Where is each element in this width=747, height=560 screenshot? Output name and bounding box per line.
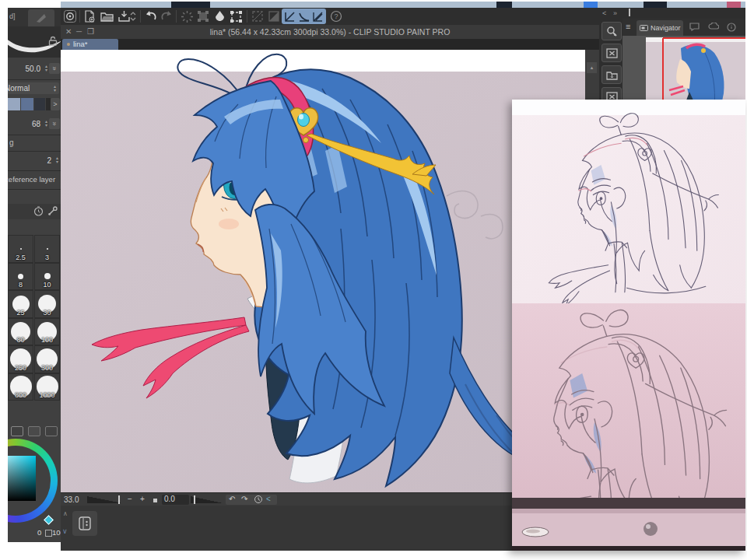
blend-mode-select[interactable]: Normal ▴▾ <box>8 82 59 94</box>
tab-item-bank-icon[interactable] <box>708 23 719 30</box>
fill-bucket-button[interactable] <box>212 9 226 23</box>
lock-icon[interactable] <box>48 36 58 46</box>
opacity-dynamics-button[interactable]: » <box>49 118 60 129</box>
redo-button[interactable] <box>160 9 174 23</box>
brush-size-cell[interactable]: 2.5 <box>8 235 33 263</box>
navigator-tab-label: Navigator <box>651 24 681 32</box>
rotate-slider[interactable] <box>191 496 223 503</box>
clear-canvas-button[interactable] <box>601 44 622 62</box>
panel-menu-button[interactable]: ≡ <box>626 22 630 31</box>
navigator-icon <box>640 25 648 32</box>
brush-size-cell[interactable]: 1000 <box>34 373 60 401</box>
size-dynamics-button[interactable]: » <box>49 63 60 74</box>
text-cursor-blip <box>629 9 630 16</box>
timer-icon[interactable] <box>33 206 44 216</box>
help-button[interactable]: ? <box>329 9 343 23</box>
rotate-ccw-button[interactable]: ↶ <box>229 495 235 503</box>
dock-expand-button[interactable]: » <box>613 9 617 17</box>
wrench-icon[interactable] <box>47 206 58 216</box>
page-manager-button[interactable] <box>72 511 97 536</box>
document-title: lina* (56.44 x 42.33cm 300dpi 33.0%) - C… <box>61 27 599 37</box>
tool-tab-label: d] <box>9 12 16 20</box>
new-file-button[interactable] <box>82 9 96 23</box>
deselect-button[interactable] <box>251 9 265 23</box>
zoom-in-button[interactable]: + <box>140 495 145 503</box>
collapse-up-button[interactable]: ∧ <box>63 510 68 517</box>
blend-mode-value: Normal <box>8 84 30 93</box>
select-pixels-icon[interactable] <box>196 9 210 23</box>
color-slider-tab[interactable] <box>28 426 40 436</box>
zoom-out-button[interactable]: − <box>128 495 132 503</box>
invert-selection-button[interactable] <box>267 9 281 23</box>
brush-size-cell[interactable]: 80 <box>8 318 33 346</box>
select-area-icon[interactable] <box>180 9 194 23</box>
unsaved-dot-icon <box>67 43 70 46</box>
scroll-up-button[interactable]: ▴ <box>587 62 597 73</box>
tool-tab[interactable] <box>28 9 54 26</box>
save-folder-button[interactable] <box>601 65 622 84</box>
brush-size-cell[interactable]: 30 <box>34 290 60 318</box>
swatch-light-blue[interactable] <box>8 98 20 110</box>
color-set-tab[interactable] <box>45 426 58 436</box>
brush-size-label: 1000 <box>35 391 59 399</box>
brush-size-dot <box>18 274 23 279</box>
rotate-cw-button[interactable]: ↷ <box>241 495 247 503</box>
brush-size-palette: 2.5 3 8 10 25 30 <box>8 235 61 401</box>
color-wheel-tab[interactable] <box>11 426 23 436</box>
document-tab[interactable]: lina* <box>62 39 118 50</box>
zoom-tool-button[interactable] <box>601 22 622 40</box>
artwork-illustration <box>61 50 585 492</box>
stabilize-value[interactable]: 2 <box>47 156 51 165</box>
open-file-button[interactable] <box>100 9 114 23</box>
brush-size-cell[interactable]: 250 <box>8 345 33 373</box>
saturation-value-picker[interactable] <box>8 456 36 501</box>
tab-navigator[interactable]: Navigator <box>637 20 683 36</box>
canvas-document[interactable] <box>61 50 585 492</box>
snap-to-grid-button[interactable] <box>311 9 325 23</box>
clip-studio-paint-window: { "titlebar": { "close_glyph": "✕", "min… <box>0 0 747 560</box>
tab-sub-view-icon[interactable] <box>689 23 700 31</box>
rotate-value[interactable]: 0.0 <box>162 495 189 505</box>
swatch-expand-button[interactable]: > <box>51 98 60 110</box>
stabilize-row: 2 ▴▾ <box>8 154 61 168</box>
brush-size-cell[interactable]: 10 <box>34 263 60 291</box>
reference-photos-overlay <box>512 100 745 551</box>
crop-frame-button[interactable] <box>229 9 243 23</box>
brush-size-cell[interactable]: 8 <box>8 263 33 291</box>
hsv-left-value: 0 <box>37 528 41 537</box>
hue-handle[interactable] <box>44 515 54 525</box>
undo-button[interactable] <box>143 9 157 23</box>
opacity-value[interactable]: 68 <box>32 120 40 128</box>
tool-property-panel: d] 50.0 ▴▾ » Normal ▴▾ > 68 ▴▾ » g 2 ▴▾ … <box>8 8 61 542</box>
dock-collapse-button[interactable]: < <box>602 9 606 17</box>
fit-screen-button[interactable] <box>153 499 157 502</box>
brush-size-cell[interactable]: 300 <box>34 345 60 373</box>
document-tab-label: lina* <box>73 40 88 48</box>
reset-view-icon[interactable] <box>254 495 263 504</box>
brush-size-cell[interactable]: 100 <box>34 318 60 346</box>
reference-photo-bottom <box>512 303 745 551</box>
brush-palette-header <box>8 204 61 219</box>
collapse-down-button[interactable]: ∨ <box>62 527 65 535</box>
brush-size-cell[interactable]: 800 <box>8 373 33 401</box>
brush-size-cell[interactable]: 3 <box>34 235 60 263</box>
svg-text:?: ? <box>334 12 338 20</box>
brush-size-label: 10 <box>35 281 59 289</box>
value-swatch-icon <box>45 530 52 537</box>
snap-to-special-ruler-button[interactable] <box>297 9 311 23</box>
reference-layer-label[interactable]: Reference layer <box>8 175 55 184</box>
swatch-blue-gray[interactable] <box>21 98 33 110</box>
zoom-slider[interactable] <box>87 496 123 503</box>
snap-to-ruler-button[interactable] <box>283 9 297 23</box>
save-options-stepper[interactable] <box>129 9 137 23</box>
swatch-dark[interactable] <box>34 98 45 110</box>
brush-size-label: 30 <box>35 309 59 317</box>
brush-size-value[interactable]: 50.0 <box>26 65 40 73</box>
brush-size-cell[interactable]: 25 <box>8 290 33 318</box>
document-title-bar: ✕ ─ ❐ lina* (56.44 x 42.33cm 300dpi 33.0… <box>61 25 599 39</box>
document-tab-bar: lina* <box>61 39 599 50</box>
size-step-down[interactable]: ▾ <box>45 68 47 72</box>
antialias-label-fragment: g <box>9 138 14 147</box>
history-back-button[interactable]: < <box>266 495 271 503</box>
tab-information-icon[interactable] <box>727 23 736 32</box>
